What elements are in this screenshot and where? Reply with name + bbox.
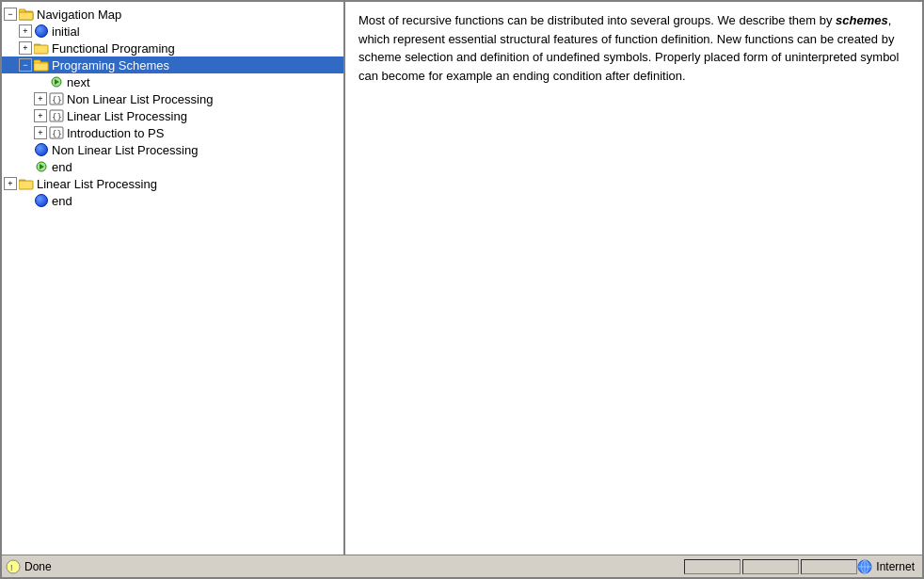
folder-closed-icon-functional bbox=[34, 40, 49, 56]
svg-text:{}: {} bbox=[52, 95, 62, 105]
tree-item-non-linear-2[interactable]: Non Linear List Processing bbox=[2, 141, 343, 158]
expand-intro-ps[interactable]: + bbox=[34, 126, 47, 139]
svg-text:{}: {} bbox=[52, 112, 62, 121]
status-left-icon: ! bbox=[6, 559, 21, 574]
bracket-icon-non-linear-1: {} bbox=[49, 91, 64, 106]
expand-linear-1[interactable]: + bbox=[34, 109, 47, 122]
expand-non-linear-1[interactable]: + bbox=[34, 92, 47, 105]
status-right: Internet bbox=[857, 559, 918, 574]
status-left: ! Done bbox=[6, 559, 684, 574]
spacer-next bbox=[34, 75, 47, 88]
non-linear-1-label: Non Linear List Processing bbox=[67, 92, 213, 106]
internet-icon bbox=[857, 559, 872, 574]
tree-item-linear-2[interactable]: + Linear List Processing bbox=[2, 175, 343, 192]
tree-panel: − Navigation Map + initial bbox=[2, 2, 345, 555]
tree-item-functional-programing[interactable]: + Functional Programing bbox=[2, 40, 343, 56]
folder-open-icon-schemes bbox=[34, 57, 49, 72]
functional-programing-label: Functional Programing bbox=[52, 41, 175, 56]
content-text: Most of recursive functions can be distr… bbox=[358, 11, 909, 85]
programing-schemes-label: Programing Schemes bbox=[52, 58, 169, 72]
svg-point-20 bbox=[7, 560, 20, 573]
tree-item-next[interactable]: next bbox=[2, 73, 343, 90]
blue-ball-icon-initial bbox=[34, 24, 49, 39]
folder-open-icon bbox=[19, 7, 34, 22]
tree-item-end-1[interactable]: end bbox=[2, 158, 343, 175]
blue-ball-icon-non-linear-2 bbox=[34, 142, 49, 157]
non-linear-2-label: Non Linear List Processing bbox=[52, 143, 198, 157]
intro-ps-label: Introduction to PS bbox=[67, 126, 164, 140]
content-italic-bold: schemes bbox=[836, 13, 888, 27]
status-done-text: Done bbox=[24, 560, 52, 573]
arrow-icon-end-1 bbox=[34, 159, 49, 174]
tree-item-nav-map[interactable]: − Navigation Map bbox=[2, 6, 343, 23]
svg-rect-19 bbox=[19, 181, 33, 189]
end-1-label: end bbox=[52, 160, 72, 174]
svg-text:!: ! bbox=[10, 563, 13, 572]
tree-item-non-linear-1[interactable]: + {} Non Linear List Processing bbox=[2, 90, 343, 107]
content-text-part1: Most of recursive functions can be distr… bbox=[358, 13, 836, 27]
next-label: next bbox=[67, 75, 90, 89]
svg-rect-2 bbox=[19, 12, 33, 20]
content-area: − Navigation Map + initial bbox=[2, 2, 922, 555]
svg-text:{}: {} bbox=[52, 129, 62, 138]
expand-linear-2[interactable]: + bbox=[4, 177, 17, 190]
tree-item-linear-1[interactable]: + {} Linear List Processing bbox=[2, 107, 343, 124]
svg-rect-7 bbox=[34, 63, 48, 71]
status-internet-text: Internet bbox=[876, 560, 915, 573]
expand-functional-programing[interactable]: + bbox=[19, 41, 32, 55]
linear-2-label: Linear List Processing bbox=[37, 177, 157, 191]
bracket-icon-intro-ps: {} bbox=[49, 125, 64, 140]
spacer-end-1 bbox=[19, 160, 32, 173]
tree-item-programing-schemes[interactable]: − Programing Schemes bbox=[2, 56, 343, 73]
main-container: − Navigation Map + initial bbox=[0, 0, 924, 579]
expand-initial[interactable]: + bbox=[19, 24, 32, 38]
spacer-non-linear-2 bbox=[19, 143, 32, 156]
svg-rect-4 bbox=[34, 45, 48, 54]
spacer-end-2 bbox=[19, 194, 32, 207]
initial-label: initial bbox=[52, 24, 80, 39]
bracket-icon-linear-1: {} bbox=[49, 108, 64, 123]
expand-programing-schemes[interactable]: − bbox=[19, 58, 32, 72]
linear-1-label: Linear List Processing bbox=[67, 109, 187, 123]
blue-ball-icon-end-2 bbox=[34, 193, 49, 208]
arrow-icon-next bbox=[49, 74, 64, 89]
status-bar: ! Done Internet bbox=[2, 555, 922, 577]
tree-item-intro-ps[interactable]: + {} Introduction to PS bbox=[2, 124, 343, 141]
tree-item-initial[interactable]: + initial bbox=[2, 23, 343, 40]
content-panel: Most of recursive functions can be distr… bbox=[345, 2, 922, 555]
expand-nav-map[interactable]: − bbox=[4, 8, 17, 21]
end-2-label: end bbox=[52, 194, 72, 208]
folder-closed-icon-linear-2 bbox=[19, 176, 34, 191]
nav-map-label: Navigation Map bbox=[37, 8, 121, 22]
tree-item-end-2[interactable]: end bbox=[2, 192, 343, 209]
